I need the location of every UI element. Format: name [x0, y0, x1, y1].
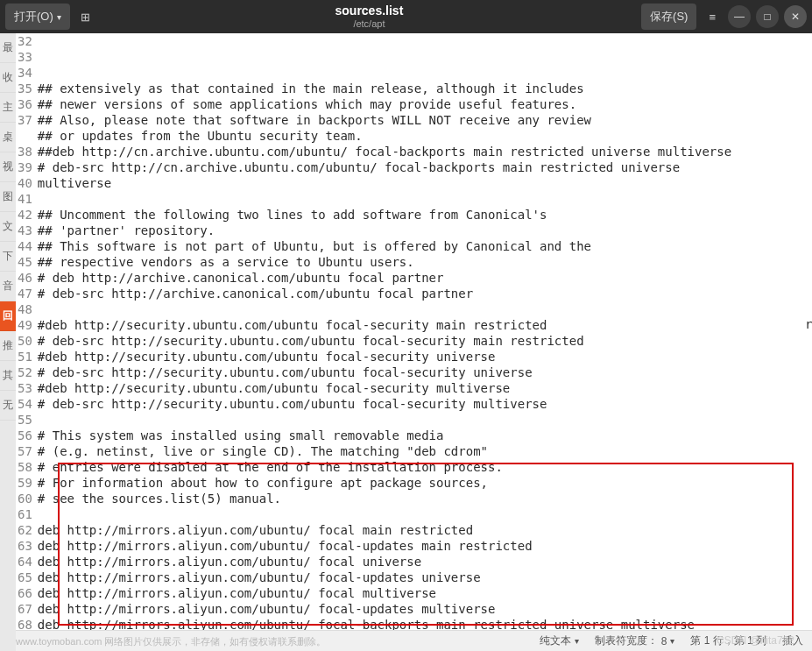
- code-area[interactable]: ## extensively as that contained in the …: [38, 33, 812, 630]
- side-item[interactable]: 桌: [0, 123, 16, 152]
- minimize-icon: —: [734, 11, 745, 23]
- code-line[interactable]: #deb http://security.ubuntu.com/ubuntu f…: [38, 380, 812, 396]
- new-tab-button[interactable]: ⊞: [74, 5, 97, 29]
- save-button-label: 保存(S): [650, 9, 688, 25]
- code-line[interactable]: ## This software is not part of Ubuntu, …: [38, 238, 812, 254]
- hamburger-icon: ≡: [709, 11, 716, 24]
- side-item[interactable]: 主: [0, 93, 16, 123]
- tab-width[interactable]: 制表符宽度： 8 ▾: [595, 633, 675, 648]
- hamburger-menu-button[interactable]: ≡: [702, 5, 723, 29]
- tab-width-value: 8: [661, 635, 667, 647]
- editor[interactable]: 323334353637 383940414243444546474849505…: [16, 33, 812, 630]
- code-line[interactable]: deb http://mirrors.aliyun.com/ubuntu/ fo…: [38, 570, 812, 585]
- side-item[interactable]: 收: [0, 63, 16, 93]
- titlebar: 打开(O) ▾ ⊞ sources.list /etc/apt 保存(S) ≡ …: [0, 0, 812, 33]
- chevron-down-icon: ▾: [57, 12, 61, 22]
- open-button[interactable]: 打开(O) ▾: [5, 4, 70, 30]
- code-line[interactable]: # deb-src http://security.ubuntu.com/ubu…: [38, 364, 812, 380]
- minimize-button[interactable]: —: [728, 5, 751, 28]
- code-line[interactable]: deb http://mirrors.aliyun.com/ubuntu/ fo…: [38, 554, 812, 570]
- side-item[interactable]: 音: [0, 272, 16, 301]
- side-item[interactable]: 下: [0, 242, 16, 272]
- close-icon: ✕: [791, 11, 800, 23]
- code-line[interactable]: deb http://mirrors.aliyun.com/ubuntu/ fo…: [38, 522, 812, 538]
- code-line[interactable]: ## or updates from the Ubuntu security t…: [38, 128, 812, 144]
- titlebar-center: sources.list /etc/apt: [97, 4, 641, 28]
- watermark: CSDN @nita792: [717, 634, 794, 647]
- code-line[interactable]: #deb http://security.ubuntu.com/ubuntu f…: [38, 317, 812, 333]
- partial-text-right-edge: rs: [805, 317, 812, 331]
- code-line[interactable]: ## respective vendors as a service to Ub…: [38, 254, 812, 270]
- code-line[interactable]: [38, 506, 812, 522]
- code-line[interactable]: # For information about how to configure…: [38, 475, 812, 491]
- maximize-icon: □: [764, 11, 770, 23]
- chevron-down-icon: ▾: [575, 636, 579, 646]
- code-line[interactable]: # deb http://archive.canonical.com/ubunt…: [38, 270, 812, 286]
- code-line[interactable]: # deb-src http://security.ubuntu.com/ubu…: [38, 333, 812, 349]
- syntax-mode-label: 纯文本: [540, 633, 571, 648]
- code-line[interactable]: ## 'partner' repository.: [38, 223, 812, 238]
- side-item[interactable]: 推: [0, 331, 16, 361]
- titlebar-right: 保存(S) ≡ — □ ✕: [641, 4, 807, 30]
- code-line[interactable]: ## Uncomment the following two lines to …: [38, 207, 812, 223]
- close-button[interactable]: ✕: [784, 5, 807, 28]
- code-line[interactable]: #deb http://security.ubuntu.com/ubuntu f…: [38, 349, 812, 364]
- side-item[interactable]: 回: [0, 301, 16, 331]
- code-line[interactable]: deb http://mirrors.aliyun.com/ubuntu/ fo…: [38, 585, 812, 601]
- side-item[interactable]: 最: [0, 33, 16, 63]
- file-title: sources.list: [97, 4, 641, 18]
- code-line[interactable]: # This system was installed using small …: [38, 428, 812, 443]
- code-line[interactable]: ## newer versions of some applications w…: [38, 96, 812, 112]
- code-line[interactable]: # (e.g. netinst, live or single CD). The…: [38, 443, 812, 459]
- syntax-mode[interactable]: 纯文本 ▾: [540, 633, 579, 648]
- side-item[interactable]: 视: [0, 152, 16, 182]
- code-line[interactable]: deb http://mirrors.aliyun.com/ubuntu/ fo…: [38, 601, 812, 617]
- side-item[interactable]: 文: [0, 212, 16, 242]
- side-activity-bar: 最收主桌视图文下音回推其无: [0, 33, 16, 651]
- code-line[interactable]: # see the sources.list(5) manual.: [38, 491, 812, 506]
- code-line[interactable]: # entries were disabled at the end of th…: [38, 459, 812, 475]
- code-line[interactable]: ## extensively as that contained in the …: [38, 81, 812, 96]
- code-line[interactable]: [38, 191, 812, 207]
- code-line-wrap[interactable]: multiverse: [38, 175, 812, 191]
- code-line[interactable]: ## Also, please note that software in ba…: [38, 112, 812, 128]
- line-number-gutter: 323334353637 383940414243444546474849505…: [16, 33, 38, 630]
- tab-width-label: 制表符宽度：: [595, 633, 658, 648]
- code-line[interactable]: deb http://mirrors.aliyun.com/ubuntu/ fo…: [38, 538, 812, 554]
- footer-disclaimer: www.toymoban.com 网络图片仅供展示，非存储，如有侵权请联系删除。: [16, 635, 326, 648]
- code-line[interactable]: ##deb http://cn.archive.ubuntu.com/ubunt…: [38, 144, 812, 159]
- side-item[interactable]: 其: [0, 361, 16, 391]
- file-path: /etc/apt: [97, 18, 641, 29]
- save-button[interactable]: 保存(S): [641, 4, 696, 30]
- code-line[interactable]: # deb-src http://security.ubuntu.com/ubu…: [38, 396, 812, 412]
- titlebar-left: 打开(O) ▾ ⊞: [5, 4, 97, 30]
- code-line[interactable]: # deb-src http://cn.archive.ubuntu.com/u…: [38, 159, 812, 175]
- side-item[interactable]: 图: [0, 182, 16, 212]
- code-line[interactable]: [38, 412, 812, 428]
- chevron-down-icon: ▾: [670, 636, 674, 646]
- open-button-label: 打开(O): [14, 9, 53, 25]
- code-line[interactable]: # deb-src http://archive.canonical.com/u…: [38, 286, 812, 301]
- maximize-button[interactable]: □: [756, 5, 779, 28]
- side-item[interactable]: 无: [0, 391, 16, 421]
- code-line[interactable]: [38, 301, 812, 317]
- code-line[interactable]: deb http://mirrors.aliyun.com/ubuntu/ fo…: [38, 617, 812, 630]
- new-tab-icon: ⊞: [81, 11, 90, 24]
